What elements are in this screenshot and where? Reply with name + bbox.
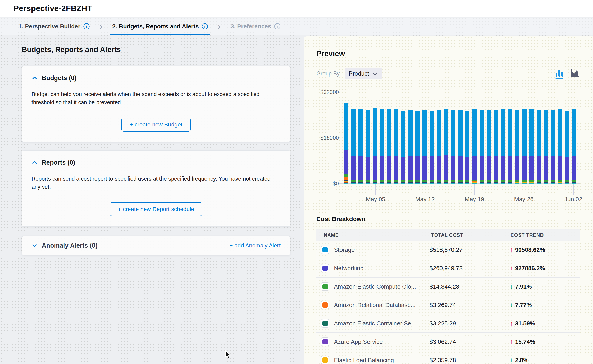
page-title: Perspective-2FBZHT — [13, 4, 92, 13]
x-tick-mark — [474, 184, 475, 195]
stacked-bar — [558, 109, 562, 184]
budgets-title: Budgets (0) — [42, 74, 77, 82]
tab-label: 2. Budgets, Reports and Alerts — [112, 23, 199, 30]
row-cost-trend: ↑31.59% — [510, 320, 580, 327]
legend-swatch — [321, 282, 329, 291]
stacked-bar — [572, 109, 576, 184]
row-total-cost: $14,344.28 — [430, 283, 510, 290]
settings-column: Budgets, Reports and Alerts Budgets (0) … — [0, 35, 304, 364]
row-total-cost: $518,870.27 — [430, 247, 510, 253]
x-tick-label: May 05 — [366, 196, 385, 203]
add-anomaly-alert-link[interactable]: + add Anomaly Alert — [229, 242, 280, 249]
mouse-cursor — [224, 350, 232, 360]
group-by-label: Group By — [316, 71, 340, 77]
x-tick-mark — [425, 184, 425, 195]
row-cost-trend: ↓7.77% — [510, 301, 580, 309]
col-name: NAME — [324, 232, 431, 238]
col-cost-trend: COST TREND — [511, 232, 580, 238]
stacked-bar — [415, 110, 420, 184]
stacked-bars — [344, 92, 577, 184]
row-name: Elastic Load Balancing — [334, 357, 394, 364]
stacked-bar — [437, 110, 441, 184]
chart-type-toggles — [554, 68, 580, 79]
trend-up-icon: ↑ — [510, 320, 513, 327]
section-heading: Budgets, Reports and Alerts — [22, 45, 290, 54]
stacked-bar — [537, 110, 541, 184]
stacked-bar — [472, 109, 477, 184]
reports-title: Reports (0) — [42, 159, 75, 166]
y-tick-label: $16000 — [316, 135, 339, 141]
x-tick-mark — [524, 184, 524, 195]
row-name: Azure App Service — [334, 338, 383, 345]
trend-down-icon: ↓ — [510, 357, 513, 364]
group-by-dropdown[interactable]: Product — [345, 68, 382, 79]
tab-perspective-builder[interactable]: 1. Perspective Builder — [16, 18, 92, 35]
stacked-bar — [458, 110, 463, 184]
stacked-bar — [387, 109, 391, 184]
chevron-up-icon[interactable] — [32, 160, 38, 166]
info-icon[interactable] — [202, 23, 208, 30]
chevron-right-icon: › — [92, 18, 110, 35]
col-total-cost: TOTAL COST — [431, 232, 511, 238]
chevron-down-icon — [372, 71, 378, 76]
row-cost-trend: ↑90508.62% — [510, 246, 580, 254]
area-chart-icon[interactable] — [570, 68, 580, 79]
bar-chart-icon[interactable] — [554, 68, 564, 79]
trend-up-icon: ↑ — [510, 265, 513, 272]
chevron-right-icon: › — [210, 18, 229, 35]
chevron-down-icon[interactable] — [32, 242, 38, 249]
tab-preferences[interactable]: 3. Preferences — [229, 18, 283, 35]
window-header: Perspective-2FBZHT — [0, 0, 593, 17]
tab-budgets-reports-alerts[interactable]: 2. Budgets, Reports and Alerts — [110, 18, 210, 35]
row-cost-trend: ↓7.91% — [510, 283, 580, 290]
row-name: Amazon Elastic Container Se... — [334, 320, 416, 327]
trend-down-icon: ↓ — [510, 283, 513, 290]
legend-swatch — [321, 338, 329, 346]
trend-up-icon: ↑ — [510, 246, 513, 254]
stacked-bar — [480, 110, 484, 184]
row-name: Amazon Elastic Compute Clo... — [334, 283, 416, 290]
x-tick-mark — [573, 184, 573, 195]
stacked-bar — [351, 109, 356, 184]
info-icon[interactable] — [83, 23, 90, 30]
stacked-bar — [494, 110, 498, 184]
stacked-bar — [551, 110, 555, 184]
anomaly-alerts-title: Anomaly Alerts (0) — [42, 242, 98, 249]
x-tick-label: May 19 — [465, 196, 484, 203]
legend-swatch — [321, 301, 329, 309]
info-icon[interactable] — [274, 23, 280, 30]
reports-description: Reports can send a cost report to specif… — [32, 175, 280, 191]
chevron-up-icon[interactable] — [32, 75, 38, 81]
stacked-bar — [465, 110, 469, 184]
row-name: Amazon Relational Database... — [334, 302, 416, 308]
stacked-bar — [422, 110, 427, 184]
row-total-cost: $3,225.29 — [430, 320, 510, 327]
row-total-cost: $3,269.74 — [430, 302, 510, 308]
table-row: Networking$260,949.72↑927886.2% — [316, 259, 580, 278]
stacked-bar — [529, 109, 534, 184]
row-total-cost: $2,359.78 — [430, 357, 510, 364]
row-cost-trend: ↓2.8% — [510, 357, 580, 364]
preview-controls: Group By Product — [316, 68, 580, 79]
create-budget-button[interactable]: + create new Budget — [121, 118, 191, 131]
stacked-bar — [451, 110, 455, 184]
preview-panel: Preview Group By Product — [304, 36, 593, 364]
row-cost-trend: ↑15.74% — [510, 338, 580, 345]
x-tick-label: Jun 02 — [564, 196, 582, 203]
stacked-bar — [515, 110, 519, 184]
stacked-bar — [565, 111, 569, 184]
table-row: Elastic Load Balancing$2,359.78↓2.8% — [316, 351, 580, 364]
create-report-button[interactable]: + create new Report schedule — [110, 202, 202, 216]
stacked-bar — [373, 109, 377, 184]
trend-up-icon: ↑ — [510, 338, 513, 345]
main-content: Budgets, Reports and Alerts Budgets (0) … — [0, 35, 593, 364]
table-row: Amazon Relational Database...$3,269.74↓7… — [316, 296, 580, 314]
x-axis-labels: May 05May 12May 19May 26Jun 02 — [344, 184, 577, 208]
stacked-bar — [408, 110, 413, 184]
tab-label: 1. Perspective Builder — [18, 23, 80, 30]
legend-swatch — [321, 319, 329, 328]
cost-breakdown-title: Cost Breakdown — [316, 215, 580, 222]
wizard-tabs: 1. Perspective Builder › 2. Budgets, Rep… — [0, 18, 593, 35]
row-cost-trend: ↑927886.2% — [510, 265, 580, 272]
row-name: Networking — [334, 265, 364, 272]
